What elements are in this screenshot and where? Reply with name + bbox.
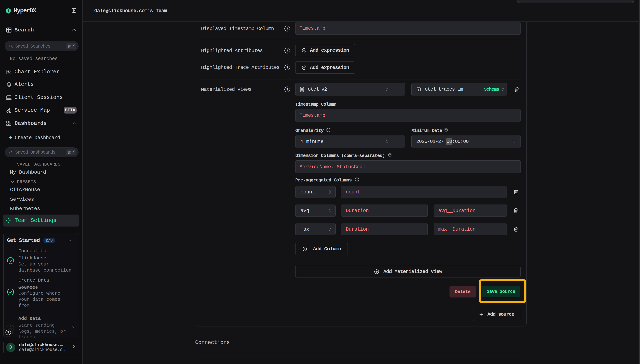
svg-text:?: ? <box>286 27 288 31</box>
svg-text:?: ? <box>328 129 329 132</box>
svg-text:?: ? <box>389 154 391 156</box>
svg-text:?: ? <box>356 178 358 181</box>
svg-text:?: ? <box>286 88 288 92</box>
svg-text:?: ? <box>445 129 447 132</box>
svg-text:?: ? <box>286 49 288 53</box>
svg-text:?: ? <box>7 330 9 334</box>
svg-text:?: ? <box>286 66 288 70</box>
